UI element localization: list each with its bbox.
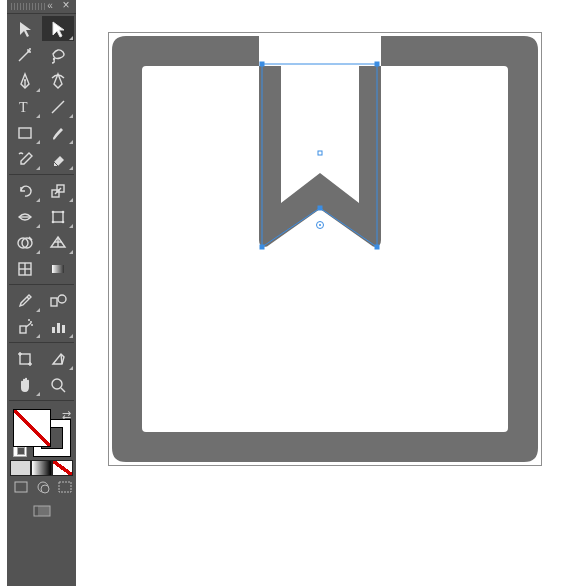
svg-rect-27 (20, 326, 26, 333)
flyout-indicator-icon (69, 140, 73, 144)
tool-curvature[interactable] (42, 68, 74, 93)
flyout-indicator-icon (69, 166, 73, 170)
svg-point-29 (28, 319, 30, 321)
tool-eyedropper[interactable] (9, 288, 41, 313)
tool-hand[interactable] (9, 372, 41, 397)
tool-graph[interactable] (42, 314, 74, 339)
svg-point-14 (52, 220, 55, 223)
svg-rect-23 (52, 265, 64, 273)
svg-point-44 (41, 485, 49, 493)
svg-rect-32 (57, 323, 60, 333)
svg-point-40 (52, 379, 62, 389)
tool-perspective[interactable] (42, 230, 74, 255)
color-mode-row (7, 460, 76, 476)
svg-point-0 (29, 48, 31, 50)
canvas[interactable] (108, 32, 540, 464)
tool-separator (9, 284, 74, 285)
artboard[interactable] (108, 32, 542, 466)
flyout-indicator-icon (36, 308, 40, 312)
tool-artboard[interactable] (9, 346, 41, 371)
collapse-panel-button[interactable]: « (44, 0, 56, 12)
svg-text:T: T (19, 100, 28, 115)
tool-type[interactable]: T (9, 94, 41, 119)
tool-eraser[interactable] (42, 146, 74, 171)
flyout-indicator-icon (69, 36, 73, 40)
svg-rect-6 (19, 128, 31, 138)
tool-magic-wand[interactable] (9, 42, 41, 67)
svg-line-9 (55, 188, 61, 194)
flyout-indicator-icon (36, 114, 40, 118)
flyout-indicator-icon (69, 224, 73, 228)
svg-line-39 (61, 354, 62, 364)
svg-rect-25 (51, 298, 57, 306)
svg-point-12 (52, 210, 55, 213)
tool-scale[interactable] (42, 178, 74, 203)
flyout-indicator-icon (69, 114, 73, 118)
tool-lasso[interactable] (42, 42, 74, 67)
svg-point-3 (24, 79, 26, 81)
tool-shape-builder[interactable] (9, 230, 41, 255)
flyout-indicator-icon (36, 224, 40, 228)
tool-direct-selection[interactable] (42, 16, 74, 41)
tools-panel-header[interactable]: « × (7, 0, 76, 14)
draw-normal-icon[interactable] (13, 480, 29, 498)
svg-rect-47 (38, 506, 50, 516)
artwork-svg (109, 33, 541, 465)
tool-rotate[interactable] (9, 178, 41, 203)
panel-grip-icon[interactable] (11, 3, 46, 10)
anchor-point[interactable] (260, 245, 265, 250)
tool-separator (9, 400, 74, 401)
tool-rectangle[interactable] (9, 120, 41, 145)
svg-rect-34 (20, 354, 30, 364)
svg-line-5 (52, 101, 64, 113)
anchor-point[interactable] (375, 245, 380, 250)
color-mode-none[interactable] (52, 460, 73, 476)
svg-point-13 (62, 210, 65, 213)
tool-grid: T (7, 14, 76, 403)
svg-rect-42 (15, 482, 27, 492)
tool-line[interactable] (42, 94, 74, 119)
svg-point-26 (58, 295, 66, 303)
draw-behind-icon[interactable] (35, 480, 51, 498)
tool-pen[interactable] (9, 68, 41, 93)
tool-paintbrush[interactable] (42, 120, 74, 145)
draw-inside-icon[interactable] (57, 480, 73, 498)
flyout-indicator-icon (36, 140, 40, 144)
fill-swatch[interactable] (13, 409, 51, 447)
tool-selection[interactable] (9, 16, 41, 41)
anchor-point[interactable] (260, 62, 265, 67)
tools-panel: « × T ⇄ (7, 0, 76, 586)
svg-line-41 (61, 388, 65, 392)
tool-mesh[interactable] (9, 256, 41, 281)
selection-center-icon (318, 151, 322, 155)
flyout-indicator-icon (69, 366, 73, 370)
anchor-point[interactable] (375, 62, 380, 67)
svg-rect-45 (59, 482, 71, 492)
tool-zoom[interactable] (42, 372, 74, 397)
flyout-indicator-icon (69, 334, 73, 338)
tool-slice[interactable] (42, 346, 74, 371)
color-mode-solid[interactable] (10, 460, 31, 476)
tool-gradient[interactable] (42, 256, 74, 281)
close-panel-button[interactable]: × (60, 0, 72, 12)
tool-separator (9, 174, 74, 175)
screen-mode-button[interactable] (7, 502, 76, 522)
tool-shaper[interactable] (9, 146, 41, 171)
color-mode-gradient[interactable] (31, 460, 52, 476)
flyout-indicator-icon (69, 250, 73, 254)
selection-origin-dot-icon (319, 224, 321, 226)
tool-symbol-sprayer[interactable] (9, 314, 41, 339)
flyout-indicator-icon (36, 198, 40, 202)
svg-line-24 (27, 297, 29, 299)
tool-separator (9, 342, 74, 343)
draw-mode-row (7, 476, 76, 502)
bookmark-square-icon[interactable] (112, 36, 538, 462)
tool-width[interactable] (9, 204, 41, 229)
svg-point-1 (53, 57, 55, 59)
anchor-point[interactable] (318, 206, 323, 211)
flyout-indicator-icon (69, 198, 73, 202)
flyout-indicator-icon (36, 392, 40, 396)
tool-blend[interactable] (42, 288, 74, 313)
svg-rect-31 (52, 327, 55, 333)
tool-free-transform[interactable] (42, 204, 74, 229)
